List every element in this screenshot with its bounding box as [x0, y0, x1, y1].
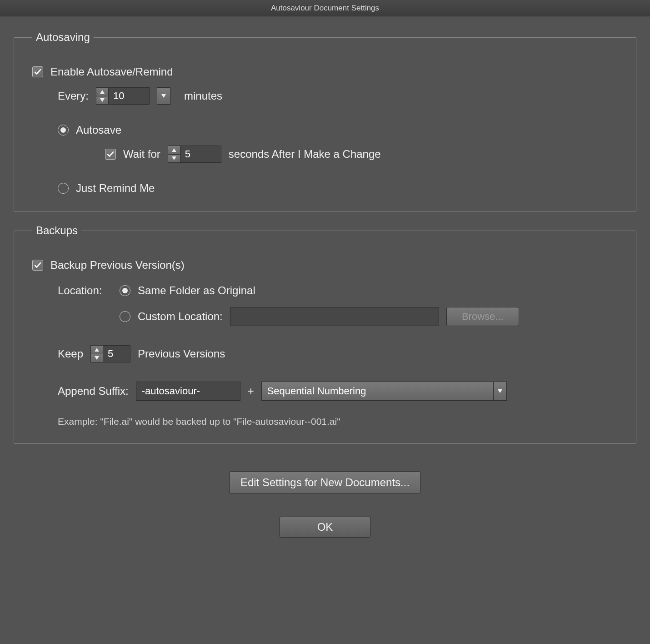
- keep-label: Keep: [58, 347, 83, 360]
- same-folder-radio[interactable]: [120, 285, 130, 296]
- mode-autosave-radio[interactable]: [58, 125, 69, 136]
- backup-enable-checkbox[interactable]: [32, 260, 43, 271]
- backup-enable-label: Backup Previous Version(s): [50, 259, 185, 272]
- check-icon: [34, 261, 42, 269]
- every-step-up[interactable]: [96, 87, 109, 96]
- chevron-down-icon: [498, 389, 502, 393]
- keep-stepper[interactable]: [90, 345, 130, 362]
- wait-step-down[interactable]: [168, 154, 180, 163]
- chevron-up-icon: [95, 348, 99, 352]
- enable-autosave-checkbox[interactable]: [32, 66, 43, 77]
- wait-value-input[interactable]: [180, 146, 221, 163]
- wait-step-up[interactable]: [168, 146, 180, 154]
- backups-group: Backups Backup Previous Version(s) Locat…: [14, 224, 636, 444]
- chevron-down-icon: [100, 98, 105, 102]
- backups-legend: Backups: [32, 224, 81, 237]
- check-icon: [106, 150, 115, 158]
- every-unit-dropdown[interactable]: [157, 87, 170, 105]
- ok-button[interactable]: OK: [280, 517, 370, 538]
- custom-location-label: Custom Location:: [138, 310, 223, 323]
- chevron-up-icon: [172, 148, 176, 152]
- location-label: Location:: [58, 284, 112, 297]
- every-unit-label: minutes: [184, 90, 222, 102]
- suffix-input[interactable]: [136, 382, 240, 401]
- numbering-dropdown[interactable]: Sequential Numbering: [261, 382, 507, 401]
- numbering-value: Sequential Numbering: [261, 382, 493, 401]
- every-stepper[interactable]: [96, 87, 150, 105]
- custom-location-radio[interactable]: [120, 311, 130, 322]
- keep-step-down[interactable]: [90, 354, 103, 363]
- mode-remind-label: Just Remind Me: [76, 182, 155, 195]
- enable-autosave-label: Enable Autosave/Remind: [50, 65, 173, 78]
- every-value-input[interactable]: [109, 87, 150, 105]
- example-text: Example: "File.ai" would be backed up to…: [32, 416, 618, 427]
- mode-autosave-label: Autosave: [76, 124, 121, 136]
- every-label: Every:: [58, 90, 89, 102]
- autosaving-group: Autosaving Enable Autosave/Remind Every:…: [14, 31, 636, 211]
- custom-location-input[interactable]: [230, 307, 439, 326]
- chevron-down-icon: [95, 356, 99, 360]
- mode-remind-radio[interactable]: [58, 183, 69, 194]
- wait-unit-label: seconds After I Make a Change: [229, 148, 381, 161]
- wait-checkbox[interactable]: [105, 149, 116, 160]
- chevron-down-icon: [172, 156, 176, 160]
- every-step-down[interactable]: [96, 96, 109, 105]
- autosaving-legend: Autosaving: [32, 31, 94, 44]
- keep-value-input[interactable]: [103, 345, 130, 362]
- window-title: Autosaviour Document Settings: [0, 0, 650, 16]
- chevron-down-icon: [161, 94, 166, 98]
- suffix-label: Append Suffix:: [58, 385, 129, 397]
- same-folder-label: Same Folder as Original: [138, 284, 255, 297]
- edit-defaults-button[interactable]: Edit Settings for New Documents...: [230, 471, 420, 494]
- chevron-up-icon: [100, 90, 105, 94]
- check-icon: [34, 68, 42, 76]
- wait-label: Wait for: [123, 148, 160, 161]
- keep-step-up[interactable]: [90, 345, 103, 354]
- wait-stepper[interactable]: [168, 146, 221, 163]
- keep-unit-label: Previous Versions: [138, 347, 225, 360]
- browse-button[interactable]: Browse...: [446, 307, 519, 326]
- plus-label: +: [248, 385, 254, 397]
